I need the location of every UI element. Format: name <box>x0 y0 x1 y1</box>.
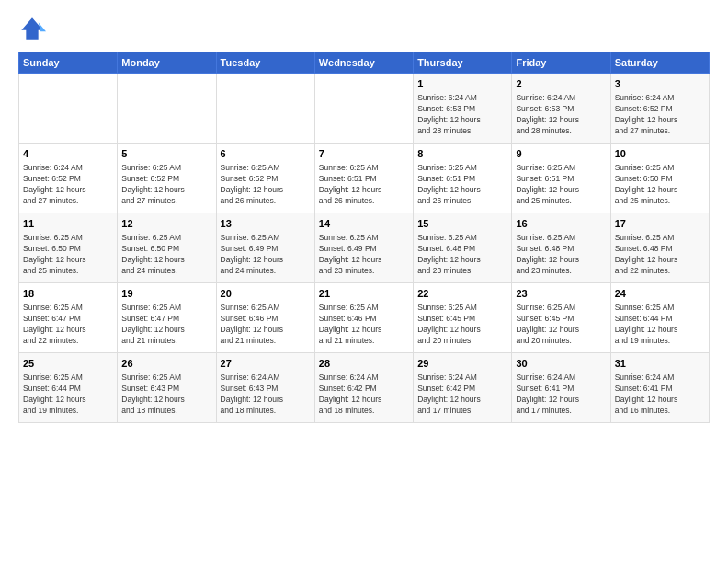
calendar-cell: 11Sunrise: 6:25 AM Sunset: 6:50 PM Dayli… <box>19 213 118 283</box>
calendar-cell: 19Sunrise: 6:25 AM Sunset: 6:47 PM Dayli… <box>118 283 216 353</box>
day-info: Sunrise: 6:24 AM Sunset: 6:42 PM Dayligh… <box>417 373 507 417</box>
calendar-cell: 14Sunrise: 6:25 AM Sunset: 6:49 PM Dayli… <box>314 213 413 283</box>
day-number: 22 <box>417 287 507 301</box>
calendar-cell: 9Sunrise: 6:25 AM Sunset: 6:51 PM Daylig… <box>512 144 610 213</box>
day-number: 24 <box>615 287 705 301</box>
day-info: Sunrise: 6:25 AM Sunset: 6:48 PM Dayligh… <box>615 233 705 277</box>
header <box>18 15 710 42</box>
day-info: Sunrise: 6:25 AM Sunset: 6:49 PM Dayligh… <box>221 233 311 277</box>
day-number: 13 <box>221 217 311 231</box>
calendar-weekday-monday: Monday <box>118 52 216 74</box>
day-number: 18 <box>23 287 113 301</box>
day-number: 12 <box>121 217 211 231</box>
day-info: Sunrise: 6:25 AM Sunset: 6:50 PM Dayligh… <box>121 233 211 277</box>
day-number: 17 <box>615 217 705 231</box>
calendar-cell <box>19 74 118 144</box>
calendar-cell: 6Sunrise: 6:25 AM Sunset: 6:52 PM Daylig… <box>216 144 314 213</box>
calendar-cell: 13Sunrise: 6:25 AM Sunset: 6:49 PM Dayli… <box>216 213 314 283</box>
calendar-cell: 7Sunrise: 6:25 AM Sunset: 6:51 PM Daylig… <box>314 144 413 213</box>
day-info: Sunrise: 6:25 AM Sunset: 6:47 PM Dayligh… <box>23 303 113 347</box>
day-number: 14 <box>319 217 409 231</box>
calendar-week-row: 1Sunrise: 6:24 AM Sunset: 6:53 PM Daylig… <box>19 74 710 144</box>
page: SundayMondayTuesdayWednesdayThursdayFrid… <box>0 0 728 563</box>
day-number: 19 <box>121 287 211 301</box>
calendar-cell: 31Sunrise: 6:24 AM Sunset: 6:41 PM Dayli… <box>610 353 709 423</box>
day-number: 9 <box>516 147 606 161</box>
calendar-cell <box>118 74 216 144</box>
day-number: 8 <box>417 147 507 161</box>
day-number: 20 <box>221 287 311 301</box>
day-number: 3 <box>615 77 705 91</box>
calendar-cell: 24Sunrise: 6:25 AM Sunset: 6:44 PM Dayli… <box>610 283 709 353</box>
day-number: 7 <box>319 147 409 161</box>
calendar-cell <box>216 74 314 144</box>
day-info: Sunrise: 6:25 AM Sunset: 6:51 PM Dayligh… <box>516 163 606 207</box>
day-number: 25 <box>23 357 113 371</box>
calendar-week-row: 25Sunrise: 6:25 AM Sunset: 6:44 PM Dayli… <box>19 353 710 423</box>
day-number: 4 <box>23 147 113 161</box>
calendar-cell: 25Sunrise: 6:25 AM Sunset: 6:44 PM Dayli… <box>19 353 118 423</box>
calendar-cell: 12Sunrise: 6:25 AM Sunset: 6:50 PM Dayli… <box>118 213 216 283</box>
calendar-week-row: 4Sunrise: 6:24 AM Sunset: 6:52 PM Daylig… <box>19 144 710 213</box>
calendar-weekday-friday: Friday <box>512 52 610 74</box>
calendar-table: SundayMondayTuesdayWednesdayThursdayFrid… <box>18 52 710 423</box>
calendar-cell: 21Sunrise: 6:25 AM Sunset: 6:46 PM Dayli… <box>314 283 413 353</box>
calendar-cell: 2Sunrise: 6:24 AM Sunset: 6:53 PM Daylig… <box>512 74 610 144</box>
calendar-cell: 28Sunrise: 6:24 AM Sunset: 6:42 PM Dayli… <box>314 353 413 423</box>
day-info: Sunrise: 6:25 AM Sunset: 6:47 PM Dayligh… <box>121 303 211 347</box>
calendar-weekday-sunday: Sunday <box>19 52 118 74</box>
day-number: 2 <box>516 77 606 91</box>
day-number: 30 <box>516 357 606 371</box>
day-info: Sunrise: 6:25 AM Sunset: 6:46 PM Dayligh… <box>319 303 409 347</box>
day-number: 21 <box>319 287 409 301</box>
day-number: 29 <box>417 357 507 371</box>
calendar-weekday-saturday: Saturday <box>610 52 709 74</box>
day-info: Sunrise: 6:25 AM Sunset: 6:44 PM Dayligh… <box>23 373 113 417</box>
day-info: Sunrise: 6:25 AM Sunset: 6:51 PM Dayligh… <box>319 163 409 207</box>
day-number: 11 <box>23 217 113 231</box>
day-info: Sunrise: 6:25 AM Sunset: 6:50 PM Dayligh… <box>23 233 113 277</box>
svg-marker-0 <box>21 17 42 39</box>
day-number: 15 <box>417 217 507 231</box>
day-info: Sunrise: 6:24 AM Sunset: 6:41 PM Dayligh… <box>615 373 705 417</box>
calendar-cell: 8Sunrise: 6:25 AM Sunset: 6:51 PM Daylig… <box>414 144 512 213</box>
day-number: 31 <box>615 357 705 371</box>
calendar-weekday-thursday: Thursday <box>414 52 512 74</box>
day-number: 27 <box>221 357 311 371</box>
calendar-cell: 4Sunrise: 6:24 AM Sunset: 6:52 PM Daylig… <box>19 144 118 213</box>
day-info: Sunrise: 6:24 AM Sunset: 6:41 PM Dayligh… <box>516 373 606 417</box>
day-number: 10 <box>615 147 705 161</box>
day-info: Sunrise: 6:24 AM Sunset: 6:53 PM Dayligh… <box>516 93 606 137</box>
calendar-week-row: 11Sunrise: 6:25 AM Sunset: 6:50 PM Dayli… <box>19 213 710 283</box>
calendar-week-row: 18Sunrise: 6:25 AM Sunset: 6:47 PM Dayli… <box>19 283 710 353</box>
day-info: Sunrise: 6:25 AM Sunset: 6:50 PM Dayligh… <box>615 163 705 207</box>
day-number: 28 <box>319 357 409 371</box>
calendar-cell: 10Sunrise: 6:25 AM Sunset: 6:50 PM Dayli… <box>610 144 709 213</box>
day-info: Sunrise: 6:25 AM Sunset: 6:48 PM Dayligh… <box>516 233 606 277</box>
day-number: 5 <box>121 147 211 161</box>
day-number: 6 <box>221 147 311 161</box>
logo <box>18 15 50 42</box>
day-info: Sunrise: 6:25 AM Sunset: 6:52 PM Dayligh… <box>221 163 311 207</box>
day-info: Sunrise: 6:24 AM Sunset: 6:53 PM Dayligh… <box>417 93 507 137</box>
calendar-cell: 5Sunrise: 6:25 AM Sunset: 6:52 PM Daylig… <box>118 144 216 213</box>
calendar-cell: 22Sunrise: 6:25 AM Sunset: 6:45 PM Dayli… <box>414 283 512 353</box>
calendar-cell: 15Sunrise: 6:25 AM Sunset: 6:48 PM Dayli… <box>414 213 512 283</box>
day-number: 1 <box>417 77 507 91</box>
calendar-cell: 23Sunrise: 6:25 AM Sunset: 6:45 PM Dayli… <box>512 283 610 353</box>
calendar-cell: 20Sunrise: 6:25 AM Sunset: 6:46 PM Dayli… <box>216 283 314 353</box>
day-info: Sunrise: 6:25 AM Sunset: 6:51 PM Dayligh… <box>417 163 507 207</box>
day-number: 16 <box>516 217 606 231</box>
day-info: Sunrise: 6:24 AM Sunset: 6:52 PM Dayligh… <box>23 163 113 207</box>
calendar-weekday-tuesday: Tuesday <box>216 52 314 74</box>
day-info: Sunrise: 6:25 AM Sunset: 6:44 PM Dayligh… <box>615 303 705 347</box>
calendar-header-row: SundayMondayTuesdayWednesdayThursdayFrid… <box>19 52 710 74</box>
logo-icon <box>18 15 46 42</box>
day-info: Sunrise: 6:25 AM Sunset: 6:46 PM Dayligh… <box>221 303 311 347</box>
calendar-cell: 26Sunrise: 6:25 AM Sunset: 6:43 PM Dayli… <box>118 353 216 423</box>
calendar-cell: 16Sunrise: 6:25 AM Sunset: 6:48 PM Dayli… <box>512 213 610 283</box>
calendar-cell: 1Sunrise: 6:24 AM Sunset: 6:53 PM Daylig… <box>414 74 512 144</box>
day-info: Sunrise: 6:25 AM Sunset: 6:49 PM Dayligh… <box>319 233 409 277</box>
day-info: Sunrise: 6:25 AM Sunset: 6:45 PM Dayligh… <box>417 303 507 347</box>
day-info: Sunrise: 6:25 AM Sunset: 6:52 PM Dayligh… <box>121 163 211 207</box>
